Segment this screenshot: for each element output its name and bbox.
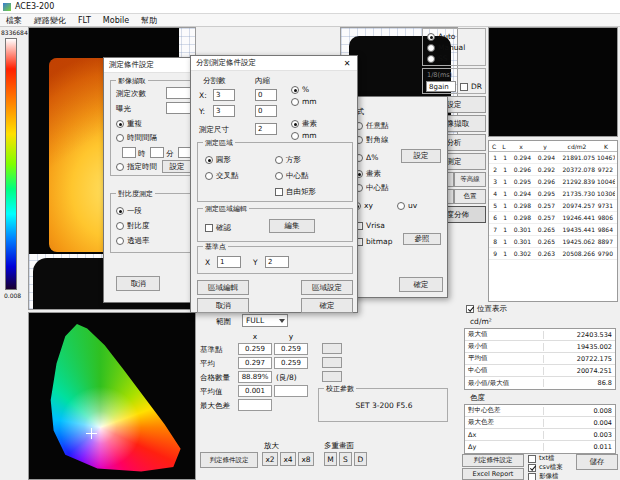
multi-d-button[interactable]: D	[354, 452, 367, 466]
dr-checkbox[interactable]: DR	[460, 82, 482, 91]
cancel-button[interactable]: 取消	[116, 276, 160, 291]
checkbox-icon	[466, 305, 474, 313]
radio-icon	[427, 44, 435, 52]
bitmap-browse-button[interactable]: 參照	[403, 233, 441, 245]
radio-manual[interactable]: Manual	[427, 43, 465, 52]
radio-contrast[interactable]: 對比度	[116, 221, 150, 231]
radio-circle[interactable]: 圓形	[205, 155, 231, 165]
size-field[interactable]: 2	[255, 123, 277, 135]
menu-flt[interactable]: FLT	[78, 16, 91, 25]
menu-path-change[interactable]: 經路變化	[34, 15, 66, 26]
image-file-checkbox[interactable]: 影像檔	[528, 472, 559, 480]
color-map-button[interactable]: 色置	[454, 189, 486, 204]
split-condition-dialog: 分割測定條件設定 ✕ 分割數 內縮 X: 3 0 % mm Y: 3 0 測定尺…	[190, 55, 358, 313]
multi-m-button[interactable]: M	[324, 452, 337, 466]
radio-square[interactable]: 方形	[275, 155, 301, 165]
colorbar	[5, 38, 17, 290]
base-x-field[interactable]: 1	[217, 256, 241, 268]
ok-button[interactable]: 確定	[399, 277, 443, 292]
gain-field[interactable]: 8gain	[426, 81, 456, 92]
free-rect-checkbox[interactable]: 自由矩形	[275, 187, 316, 197]
confirm-checkbox[interactable]: 確認	[205, 223, 231, 233]
x-inset-field[interactable]: 0	[255, 89, 277, 101]
stat-row: 最小值19435.002	[465, 341, 615, 353]
radio-auto[interactable]: Auto	[427, 32, 455, 41]
radio-interval[interactable]: 時間間隔	[116, 133, 157, 143]
csv-file-checkbox[interactable]: csv檔案	[528, 463, 563, 472]
multi-s-button[interactable]: S	[339, 452, 352, 466]
maxdiff-value	[238, 399, 272, 411]
aux-button-2[interactable]	[322, 357, 342, 368]
method-set-button[interactable]: 設定	[401, 149, 441, 163]
radio-ss[interactable]: SS	[427, 54, 448, 63]
zoom-x8-button[interactable]: x8	[298, 452, 314, 466]
cancel-button[interactable]: 取消	[197, 298, 249, 313]
txt-file-checkbox[interactable]: txt檔	[528, 454, 554, 463]
radio-mm[interactable]: mm	[291, 97, 317, 106]
cie-diagram[interactable]	[28, 312, 196, 480]
table-row[interactable]: 110.2940.29421891.07510467	[489, 152, 617, 164]
radio-delta-percent[interactable]: Δ%	[355, 153, 378, 162]
stat-row: Δx0.003	[465, 429, 615, 441]
range-select[interactable]: FULL	[242, 314, 288, 327]
table-row[interactable]: 310.2950.29621292.83910046	[489, 176, 617, 188]
radio-transmittance[interactable]: 透過率	[116, 236, 150, 246]
radio-uv[interactable]: uv	[397, 201, 417, 210]
window-titlebar[interactable]: ACE3-200	[0, 0, 620, 14]
base-y-field[interactable]: 2	[265, 256, 289, 268]
edit-button[interactable]: 編集	[269, 219, 315, 233]
radio-pixel-unit[interactable]: 畫素	[291, 119, 317, 129]
base-y-label: Y	[253, 258, 258, 267]
vrisa-checkbox[interactable]: Vrisa	[355, 221, 385, 230]
y-division-field[interactable]: 3	[213, 105, 235, 117]
ok-button[interactable]: 確定	[301, 298, 353, 313]
radio-one-step[interactable]: 一段	[116, 206, 142, 216]
column-header: y	[533, 143, 557, 150]
table-row[interactable]: 510.2980.25720974.2579731	[489, 200, 617, 212]
radio-diagonal[interactable]: 對角線	[355, 135, 389, 145]
radio-center-point[interactable]: 中心點	[355, 183, 389, 193]
radio-repeat[interactable]: 重複	[116, 119, 142, 129]
time-set-button[interactable]: 設定	[162, 160, 192, 173]
table-row[interactable]: 910.3020.26320508.2669790	[489, 248, 617, 260]
radio-center-point[interactable]: 中心點	[275, 171, 309, 181]
bitmap-checkbox[interactable]: bitmap	[355, 237, 392, 246]
hour-field[interactable]	[122, 147, 136, 158]
table-row[interactable]: 410.2940.29521735.73010306	[489, 188, 617, 200]
radio-percent[interactable]: %	[291, 85, 309, 94]
menu-file[interactable]: 檔案	[6, 15, 22, 26]
judge-condition-button-2[interactable]: 判定條件設定	[200, 452, 258, 468]
mean-value: 0.001	[238, 385, 272, 397]
table-row[interactable]: 810.3010.26519425.0628897	[489, 236, 617, 248]
position-display-checkbox[interactable]: 位置表示	[466, 304, 507, 314]
table-row[interactable]: 210.2960.29220372.0789722	[489, 164, 617, 176]
menu-help[interactable]: 幫助	[141, 15, 157, 26]
close-icon[interactable]: ✕	[337, 56, 357, 71]
aux-button-3[interactable]	[322, 371, 342, 382]
y-inset-field[interactable]: 0	[255, 105, 277, 117]
colorbar-min-label: 0.008	[4, 292, 21, 299]
radio-any-point[interactable]: 任意點	[355, 121, 389, 131]
x-division-field[interactable]: 3	[213, 89, 235, 101]
aux-button-1[interactable]	[322, 343, 342, 354]
table-row[interactable]: 710.3010.26519435.4419864	[489, 224, 617, 236]
dialog-titlebar[interactable]: 分割測定條件設定 ✕	[191, 56, 357, 71]
excel-report-button[interactable]: Excel Report	[462, 468, 524, 480]
menu-mobile[interactable]: Mobile	[103, 16, 129, 25]
camera-image-view[interactable]	[488, 27, 618, 137]
radio-pixel[interactable]: 畫素	[355, 169, 381, 179]
radio-specified-time[interactable]: 指定時間	[116, 162, 157, 172]
gain-group: 1/8(ms) 8gain DR	[422, 68, 486, 94]
radio-cross-point[interactable]: 交叉點	[205, 171, 239, 181]
contour-button[interactable]: 等高線	[454, 172, 486, 187]
zoom-x2-button[interactable]: x2	[262, 452, 278, 466]
area-edit-button[interactable]: 區域編輯	[197, 280, 249, 295]
minute-field[interactable]	[150, 147, 164, 158]
radio-icon	[116, 207, 124, 215]
judge-condition-button[interactable]: 判定條件設定	[462, 454, 524, 467]
table-row[interactable]: 610.2980.25719246.4419806	[489, 212, 617, 224]
area-set-button[interactable]: 區域設定	[301, 280, 353, 295]
zoom-x4-button[interactable]: x4	[280, 452, 296, 466]
save-button[interactable]: 儲存	[576, 454, 618, 470]
radio-mm-unit[interactable]: mm	[291, 131, 317, 140]
